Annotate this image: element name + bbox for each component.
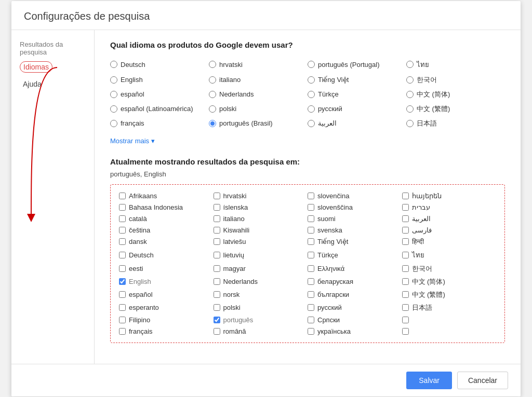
lang-radio-option[interactable]: Türkçe [308, 88, 406, 101]
lang-check-input[interactable] [119, 204, 126, 211]
lang-check-input[interactable] [214, 328, 220, 335]
lang-check-input[interactable] [214, 317, 220, 323]
lang-check-input[interactable] [119, 238, 126, 245]
lang-check-option[interactable]: עברית [402, 202, 497, 212]
lang-check-option[interactable] [402, 315, 497, 325]
lang-check-input[interactable] [119, 328, 126, 335]
lang-check-input[interactable] [308, 252, 314, 258]
lang-check-option[interactable]: ไทย [402, 249, 497, 262]
lang-radio-input[interactable] [308, 61, 315, 68]
lang-check-option[interactable]: українська [308, 326, 402, 336]
lang-check-input[interactable] [308, 215, 314, 222]
lang-check-option[interactable]: Nederlands [214, 276, 308, 288]
lang-check-input[interactable] [402, 252, 409, 258]
lang-check-input[interactable] [402, 238, 409, 245]
lang-check-input[interactable] [214, 238, 220, 245]
lang-radio-option[interactable]: Tiếng Việt [308, 74, 406, 86]
save-button[interactable]: Salvar [406, 372, 452, 389]
lang-check-input[interactable] [214, 215, 220, 222]
lang-radio-option[interactable]: español [110, 88, 209, 101]
lang-radio-option[interactable]: français [110, 117, 209, 130]
lang-check-option[interactable]: 中文 (繁體) [402, 289, 497, 300]
lang-radio-input[interactable] [110, 105, 117, 113]
lang-radio-option[interactable]: 中文 (繁體) [406, 103, 505, 115]
lang-check-option[interactable]: latviešu [214, 237, 308, 247]
lang-radio-option[interactable]: polski [209, 103, 308, 115]
lang-check-option[interactable]: română [214, 326, 308, 336]
lang-radio-input[interactable] [308, 105, 315, 113]
sidebar-item-idiomas[interactable]: Idiomas [20, 61, 52, 73]
lang-radio-option[interactable]: русский [308, 103, 406, 115]
lang-check-option[interactable]: esperanto [119, 302, 214, 313]
lang-check-option[interactable]: العربية [402, 214, 497, 224]
lang-radio-input[interactable] [406, 91, 414, 98]
lang-radio-input[interactable] [110, 91, 117, 98]
lang-check-input[interactable] [308, 265, 314, 272]
lang-check-input[interactable] [402, 328, 409, 335]
lang-check-input[interactable] [214, 193, 220, 199]
lang-radio-input[interactable] [209, 61, 216, 68]
lang-radio-input[interactable] [110, 120, 117, 127]
lang-check-input[interactable] [119, 193, 126, 199]
lang-check-option[interactable]: հայերեն [402, 191, 497, 201]
lang-radio-input[interactable] [308, 120, 315, 127]
lang-check-input[interactable] [308, 304, 314, 311]
lang-check-input[interactable] [308, 238, 314, 245]
lang-check-input[interactable] [214, 227, 220, 234]
lang-check-input[interactable] [308, 193, 314, 199]
cancel-button[interactable]: Cancelar [457, 372, 508, 389]
lang-check-input[interactable] [308, 278, 314, 285]
lang-check-option[interactable]: English [119, 276, 214, 288]
lang-radio-option[interactable]: Deutsch [110, 58, 209, 72]
lang-check-option[interactable]: hrvatski [214, 191, 308, 201]
lang-check-input[interactable] [402, 265, 409, 272]
lang-radio-option[interactable]: italiano [209, 74, 308, 86]
lang-check-input[interactable] [214, 278, 220, 285]
lang-check-input[interactable] [402, 204, 409, 211]
lang-check-option[interactable]: Ελληνικά [308, 263, 402, 275]
lang-radio-option[interactable]: hrvatski [209, 58, 308, 72]
lang-radio-option[interactable]: português (Brasil) [209, 117, 308, 130]
lang-radio-input[interactable] [209, 120, 216, 127]
lang-check-input[interactable] [214, 204, 220, 211]
lang-check-input[interactable] [119, 291, 126, 298]
lang-check-option[interactable]: norsk [214, 289, 308, 300]
lang-radio-option[interactable]: português (Portugal) [308, 58, 406, 72]
lang-check-option[interactable]: magyar [214, 263, 308, 275]
lang-radio-option[interactable]: Nederlands [209, 88, 308, 101]
lang-check-option[interactable]: slovenščina [308, 202, 402, 212]
lang-check-option[interactable]: 한국어 [402, 263, 497, 275]
lang-check-input[interactable] [402, 193, 409, 199]
lang-check-option[interactable]: íslenska [214, 202, 308, 212]
lang-check-option[interactable]: čeština [119, 225, 214, 235]
lang-check-input[interactable] [308, 204, 314, 211]
lang-check-input[interactable] [308, 328, 314, 335]
lang-check-option[interactable]: Deutsch [119, 249, 214, 262]
lang-radio-option[interactable]: 日本語 [406, 117, 505, 130]
lang-check-input[interactable] [119, 227, 126, 234]
lang-check-option[interactable]: slovenčina [308, 191, 402, 201]
lang-check-input[interactable] [402, 215, 409, 222]
lang-check-option[interactable]: polski [214, 302, 308, 313]
lang-radio-option[interactable]: 한국어 [406, 74, 505, 86]
lang-check-option[interactable]: eesti [119, 263, 214, 275]
lang-check-option[interactable]: català [119, 214, 214, 224]
show-more-button[interactable]: Mostrar mais ▾ [110, 137, 505, 145]
lang-check-input[interactable] [119, 304, 126, 311]
lang-radio-option[interactable]: English [110, 74, 209, 86]
lang-check-input[interactable] [119, 215, 126, 222]
lang-radio-input[interactable] [406, 61, 414, 68]
lang-check-option[interactable]: italiano [214, 214, 308, 224]
lang-check-option[interactable]: português [214, 315, 308, 325]
lang-check-input[interactable] [214, 252, 220, 258]
lang-check-input[interactable] [214, 265, 220, 272]
lang-radio-input[interactable] [209, 91, 216, 98]
lang-radio-input[interactable] [406, 76, 414, 84]
lang-check-input[interactable] [308, 291, 314, 298]
lang-check-option[interactable]: русский [308, 302, 402, 313]
lang-check-option[interactable]: dansk [119, 237, 214, 247]
lang-check-input[interactable] [119, 265, 126, 272]
lang-check-input[interactable] [402, 227, 409, 234]
lang-check-option[interactable]: Bahasa Indonesia [119, 202, 214, 212]
lang-check-input[interactable] [402, 317, 409, 323]
